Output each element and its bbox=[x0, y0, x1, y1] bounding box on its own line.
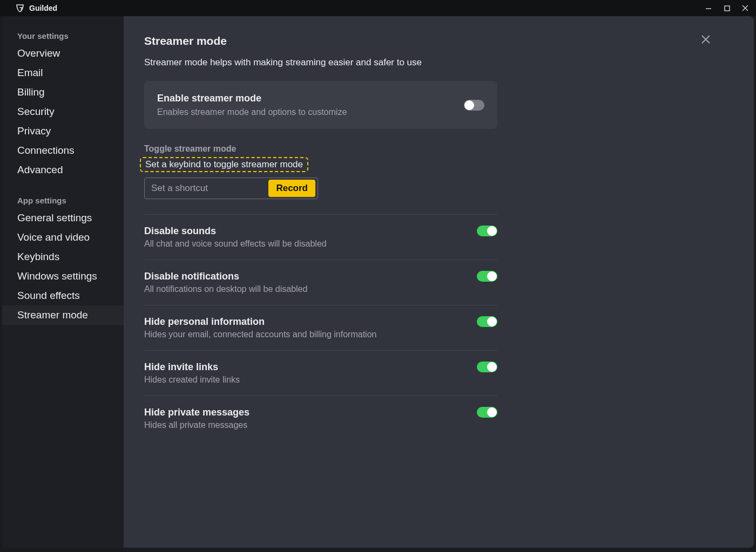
option-row-hide-personal-information: Hide personal informationHides your emai… bbox=[144, 305, 497, 350]
brand-label: Guilded bbox=[29, 4, 57, 12]
enable-streamer-mode-toggle[interactable] bbox=[464, 100, 484, 111]
page-title: Streamer mode bbox=[144, 35, 754, 47]
option-toggle-disable-notifications[interactable] bbox=[477, 271, 497, 282]
option-title: Hide private messages bbox=[144, 407, 249, 418]
sidebar-item-general-settings[interactable]: General settings bbox=[2, 208, 124, 228]
sidebar-group-app-settings: App settings bbox=[2, 190, 124, 208]
content-pane: Streamer mode Streamer mode helps with m… bbox=[124, 16, 754, 548]
keybind-input-container: Set a shortcut Record bbox=[144, 178, 318, 199]
sidebar-item-windows-settings[interactable]: Windows settings bbox=[2, 267, 124, 286]
sidebar-group-your-settings: Your settings bbox=[2, 26, 124, 44]
toggle-streamer-mode-heading: Toggle streamer mode bbox=[144, 144, 497, 154]
sidebar-item-privacy[interactable]: Privacy bbox=[2, 121, 124, 141]
sidebar: Your settings OverviewEmailBillingSecuri… bbox=[2, 16, 124, 548]
close-icon[interactable] bbox=[700, 33, 712, 47]
option-toggle-disable-sounds[interactable] bbox=[477, 226, 497, 236]
option-row-hide-invite-links: Hide invite linksHides created invite li… bbox=[144, 350, 497, 396]
keybind-input[interactable]: Set a shortcut bbox=[151, 183, 268, 194]
sidebar-item-advanced[interactable]: Advanced bbox=[2, 160, 124, 180]
guilded-icon bbox=[15, 3, 25, 13]
enable-streamer-mode-title: Enable streamer mode bbox=[157, 93, 347, 104]
option-toggle-hide-private-messages[interactable] bbox=[477, 407, 497, 418]
option-subtitle: All notifications on desktop will be dis… bbox=[144, 284, 307, 294]
option-toggle-hide-personal-information[interactable] bbox=[477, 316, 497, 327]
sidebar-item-billing[interactable]: Billing bbox=[2, 83, 124, 102]
option-subtitle: Hides created invite links bbox=[144, 375, 240, 385]
window-controls bbox=[704, 4, 750, 12]
brand: Guilded bbox=[15, 3, 57, 13]
maximize-button[interactable] bbox=[723, 4, 731, 12]
option-row-hide-private-messages: Hide private messagesHides all private m… bbox=[144, 396, 497, 441]
sidebar-item-security[interactable]: Security bbox=[2, 102, 124, 121]
option-subtitle: Hides all private messages bbox=[144, 420, 249, 430]
sidebar-item-sound-effects[interactable]: Sound effects bbox=[2, 286, 124, 305]
option-row-disable-notifications: Disable notificationsAll notifications o… bbox=[144, 260, 497, 305]
sidebar-item-email[interactable]: Email bbox=[2, 63, 124, 83]
enable-streamer-mode-subtitle: Enables streamer mode and options to cus… bbox=[157, 107, 347, 117]
minimize-button[interactable] bbox=[704, 4, 713, 12]
app-shell: Your settings OverviewEmailBillingSecuri… bbox=[2, 16, 754, 548]
enable-streamer-mode-card: Enable streamer mode Enables streamer mo… bbox=[144, 81, 497, 129]
option-title: Hide invite links bbox=[144, 362, 240, 373]
option-title: Hide personal information bbox=[144, 316, 376, 328]
option-subtitle: All chat and voice sound effects will be… bbox=[144, 239, 327, 249]
sidebar-item-overview[interactable]: Overview bbox=[2, 44, 124, 63]
page-subtitle: Streamer mode helps with making streamin… bbox=[144, 57, 754, 68]
sidebar-item-voice-and-video[interactable]: Voice and video bbox=[2, 228, 124, 247]
option-row-disable-sounds: Disable soundsAll chat and voice sound e… bbox=[144, 214, 497, 260]
option-toggle-hide-invite-links[interactable] bbox=[477, 362, 497, 372]
option-subtitle: Hides your email, connected accounts and… bbox=[144, 330, 376, 339]
sidebar-item-connections[interactable]: Connections bbox=[2, 141, 124, 160]
sidebar-item-streamer-mode[interactable]: Streamer mode bbox=[2, 305, 124, 325]
titlebar: Guilded bbox=[0, 0, 756, 16]
option-title: Disable notifications bbox=[144, 271, 307, 282]
sidebar-item-keybinds[interactable]: Keybinds bbox=[2, 247, 124, 267]
record-button[interactable]: Record bbox=[268, 180, 315, 197]
svg-rect-1 bbox=[725, 6, 730, 11]
option-title: Disable sounds bbox=[144, 226, 327, 237]
close-window-button[interactable] bbox=[741, 4, 750, 12]
keybind-description-highlight: Set a keybind to toggle streamer mode bbox=[140, 157, 308, 172]
